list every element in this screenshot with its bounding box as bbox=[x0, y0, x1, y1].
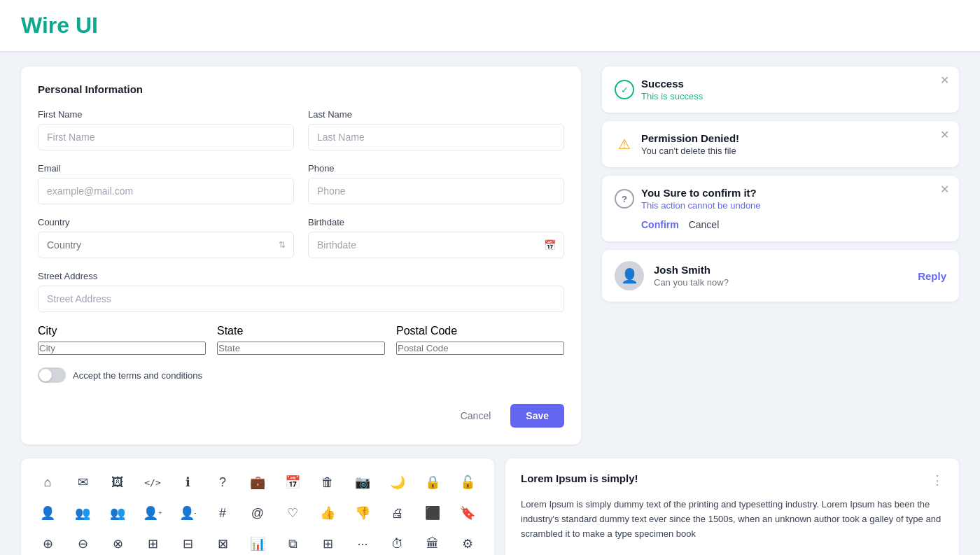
thumbs-down-icon[interactable]: 👎 bbox=[353, 503, 372, 523]
left-panel: Personal Information First Name Last Nam… bbox=[21, 66, 581, 444]
last-name-label: Last Name bbox=[308, 109, 564, 120]
user-remove-icon[interactable]: 👤- bbox=[178, 503, 197, 523]
hashtag-icon[interactable]: # bbox=[213, 503, 232, 523]
home-icon[interactable]: ⌂ bbox=[38, 472, 57, 492]
birthdate-wrapper: 📅 bbox=[308, 232, 564, 258]
calendar-icon[interactable]: 📅 bbox=[283, 472, 302, 492]
phone-input[interactable] bbox=[308, 178, 564, 204]
state-group: State bbox=[217, 325, 385, 355]
chart-icon[interactable]: 📊 bbox=[248, 534, 267, 554]
header: Wire UI bbox=[0, 0, 980, 52]
message-card: 👤 Josh Smith Can you talk now? Reply bbox=[602, 250, 959, 302]
main-content: Personal Information First Name Last Nam… bbox=[0, 52, 980, 458]
save-button[interactable]: Save bbox=[510, 404, 564, 428]
code-icon[interactable]: </> bbox=[143, 472, 162, 492]
country-select[interactable]: Country bbox=[38, 232, 294, 258]
postal-group: Postal Code bbox=[396, 325, 564, 355]
x-square-icon[interactable]: ⊠ bbox=[213, 534, 232, 554]
info-icon[interactable]: ℹ bbox=[178, 472, 197, 492]
minus-circle-icon[interactable]: ⊖ bbox=[73, 534, 92, 554]
lorem-menu-button[interactable]: ⋮ bbox=[931, 472, 944, 488]
form-title: Personal Information bbox=[38, 83, 564, 95]
message-sender: Josh Smith bbox=[654, 264, 908, 276]
country-label: Country bbox=[38, 217, 294, 227]
cancel-button[interactable]: Cancel bbox=[449, 404, 503, 428]
camera-icon[interactable]: 📷 bbox=[353, 472, 372, 492]
permission-text-group: Permission Denied! You can't delete this… bbox=[641, 132, 739, 156]
street-group: Street Address bbox=[38, 271, 564, 312]
grid-icon[interactable]: ⊞ bbox=[318, 534, 337, 554]
success-text-group: Success This is success bbox=[641, 78, 703, 101]
printer-icon[interactable]: 🖨 bbox=[388, 503, 407, 523]
street-input[interactable] bbox=[38, 286, 564, 312]
lorem-body: Lorem Ipsum is simply dummy text of the … bbox=[521, 498, 944, 541]
last-name-input[interactable] bbox=[308, 124, 564, 150]
permission-close-button[interactable]: ✕ bbox=[940, 129, 949, 141]
ellipsis-icon[interactable]: ··· bbox=[353, 534, 372, 554]
first-name-label: First Name bbox=[38, 109, 294, 120]
postal-input[interactable] bbox=[396, 342, 564, 355]
confirm-close-button[interactable]: ✕ bbox=[940, 184, 949, 195]
right-panel: ✓ Success This is success ✕ ⚠ Permission… bbox=[602, 66, 959, 444]
country-birth-row: Country Country Birthdate 📅 bbox=[38, 217, 564, 258]
confirm-button[interactable]: Confirm bbox=[641, 219, 679, 230]
reply-button[interactable]: Reply bbox=[918, 270, 946, 282]
permission-notification: ⚠ Permission Denied! You can't delete th… bbox=[602, 121, 959, 167]
help-icon[interactable]: ? bbox=[213, 472, 232, 492]
city-group: City bbox=[38, 325, 206, 355]
user-single-icon[interactable]: 👤 bbox=[38, 503, 57, 523]
copy-icon[interactable]: ⧉ bbox=[283, 534, 302, 554]
birthdate-input[interactable] bbox=[308, 232, 564, 258]
state-label: State bbox=[217, 325, 385, 337]
plus-square-icon[interactable]: ⊞ bbox=[143, 534, 162, 554]
heart-icon[interactable]: ♡ bbox=[283, 503, 302, 523]
success-subtitle: This is success bbox=[641, 91, 703, 101]
permission-title: Permission Denied! bbox=[641, 132, 739, 144]
at-icon[interactable]: @ bbox=[248, 503, 267, 523]
postal-label: Postal Code bbox=[396, 325, 564, 337]
image-icon[interactable]: 🖼 bbox=[108, 472, 127, 492]
success-icon: ✓ bbox=[615, 80, 634, 99]
toggle-row: Accept the terms and conditions bbox=[38, 367, 564, 383]
user-add-icon[interactable]: 👤+ bbox=[143, 503, 162, 523]
email-label: Email bbox=[38, 163, 294, 174]
lorem-card: Lorem Ipsum is simply! ⋮ Lorem Ipsum is … bbox=[505, 458, 959, 555]
street-row: Street Address bbox=[38, 271, 564, 312]
toggle-label: Accept the terms and conditions bbox=[73, 370, 202, 381]
square-icon[interactable]: ⬛ bbox=[423, 503, 442, 523]
email-input[interactable] bbox=[38, 178, 294, 204]
first-name-input[interactable] bbox=[38, 124, 294, 150]
avatar: 👤 bbox=[615, 261, 644, 290]
user-group-icon[interactable]: 👥 bbox=[73, 503, 92, 523]
city-state-postal-row: City State Postal Code bbox=[38, 325, 564, 355]
user-icon: 👤 bbox=[621, 267, 638, 284]
confirm-cancel-button[interactable]: Cancel bbox=[689, 219, 720, 230]
clock-icon[interactable]: ⏱ bbox=[388, 534, 407, 554]
plus-circle-icon[interactable]: ⊕ bbox=[38, 534, 57, 554]
thumbs-up-icon[interactable]: 👍 bbox=[318, 503, 337, 523]
briefcase-icon[interactable]: 💼 bbox=[248, 472, 267, 492]
mail-icon[interactable]: ✉ bbox=[73, 472, 92, 492]
moon-icon[interactable]: 🌙 bbox=[388, 472, 407, 492]
city-input[interactable] bbox=[38, 342, 206, 355]
state-input[interactable] bbox=[217, 342, 385, 355]
x-circle-icon[interactable]: ⊗ bbox=[108, 534, 127, 554]
terms-toggle[interactable] bbox=[38, 367, 66, 383]
bookmark-icon[interactable]: 🔖 bbox=[458, 503, 477, 523]
success-close-button[interactable]: ✕ bbox=[940, 75, 949, 86]
user-group2-icon[interactable]: 👥 bbox=[108, 503, 127, 523]
birthdate-group: Birthdate 📅 bbox=[308, 217, 564, 258]
bank-icon[interactable]: 🏛 bbox=[423, 534, 442, 554]
lock-open-icon[interactable]: 🔓 bbox=[458, 472, 477, 492]
lorem-header: Lorem Ipsum is simply! ⋮ bbox=[521, 472, 944, 488]
lock-closed-icon[interactable]: 🔒 bbox=[423, 472, 442, 492]
country-select-wrapper: Country bbox=[38, 232, 294, 258]
street-label: Street Address bbox=[38, 271, 564, 281]
settings-icon[interactable]: ⚙ bbox=[458, 534, 477, 554]
permission-header: ⚠ Permission Denied! You can't delete th… bbox=[615, 132, 946, 156]
minus-square-icon[interactable]: ⊟ bbox=[178, 534, 197, 554]
phone-label: Phone bbox=[308, 163, 564, 174]
confirm-subtitle: This action cannot be undone bbox=[641, 200, 761, 211]
message-body: Josh Smith Can you talk now? bbox=[654, 264, 908, 288]
trash-icon[interactable]: 🗑 bbox=[318, 472, 337, 492]
